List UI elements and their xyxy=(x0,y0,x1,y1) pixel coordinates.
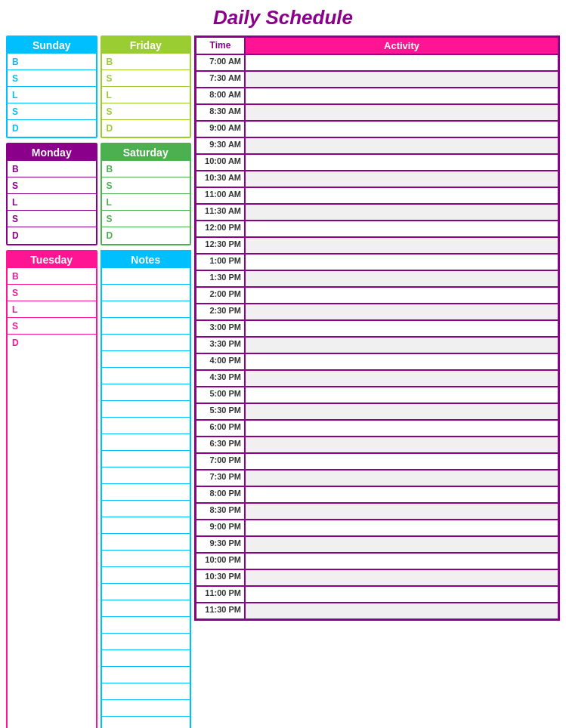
friday-meal-l: L xyxy=(102,87,190,103)
schedule-activity-cell[interactable] xyxy=(245,104,558,121)
note-line-24[interactable] xyxy=(102,650,190,667)
sunday-header: Sunday xyxy=(8,37,96,54)
time-header: Time xyxy=(196,37,245,54)
schedule-activity-cell[interactable] xyxy=(245,204,558,221)
schedule-activity-cell[interactable] xyxy=(245,586,558,603)
tuesday-meal-l: L xyxy=(8,301,96,318)
schedule-row: 11:00 PM xyxy=(196,586,558,603)
schedule-activity-cell[interactable] xyxy=(245,553,558,569)
note-line-26[interactable] xyxy=(102,683,190,700)
schedule-row: 9:30 AM xyxy=(196,137,558,154)
schedule-activity-cell[interactable] xyxy=(245,88,558,104)
note-line-2[interactable] xyxy=(102,285,190,301)
monday-meal-s2: S xyxy=(8,211,96,227)
schedule-row: 10:30 AM xyxy=(196,171,558,187)
schedule-activity-cell[interactable] xyxy=(245,320,558,337)
tuesday-header: Tuesday xyxy=(8,251,96,268)
schedule-activity-cell[interactable] xyxy=(245,221,558,237)
schedule-activity-cell[interactable] xyxy=(245,503,558,520)
saturday-meal-b: B xyxy=(102,161,190,177)
schedule-header: Time Activity xyxy=(196,37,558,54)
schedule-activity-cell[interactable] xyxy=(245,121,558,137)
schedule-activity-cell[interactable] xyxy=(245,71,558,88)
schedule-activity-cell[interactable] xyxy=(245,171,558,187)
schedule-activity-cell[interactable] xyxy=(245,254,558,270)
row-1: Sunday B S L S D Friday B S L S D xyxy=(6,35,191,138)
schedule-row: 6:30 PM xyxy=(196,436,558,453)
schedule-activity-cell[interactable] xyxy=(245,520,558,536)
note-line-3[interactable] xyxy=(102,301,190,318)
left-column: Sunday B S L S D Friday B S L S D Monday… xyxy=(6,35,191,728)
note-line-1[interactable] xyxy=(102,268,190,285)
schedule-activity-cell[interactable] xyxy=(245,54,558,71)
schedule-time-cell: 3:30 PM xyxy=(196,337,245,353)
schedule-activity-cell[interactable] xyxy=(245,453,558,470)
note-line-12[interactable] xyxy=(102,451,190,467)
schedule-activity-cell[interactable] xyxy=(245,353,558,370)
schedule-row: 8:30 PM xyxy=(196,503,558,520)
note-line-11[interactable] xyxy=(102,434,190,451)
tuesday-meal-d: D xyxy=(8,335,96,351)
schedule-time-cell: 9:30 AM xyxy=(196,137,245,154)
note-line-23[interactable] xyxy=(102,634,190,650)
page-title: Daily Schedule xyxy=(6,6,560,29)
schedule-activity-cell[interactable] xyxy=(245,154,558,171)
note-line-9[interactable] xyxy=(102,401,190,418)
schedule-activity-cell[interactable] xyxy=(245,137,558,154)
schedule-activity-cell[interactable] xyxy=(245,436,558,453)
note-line-18[interactable] xyxy=(102,551,190,567)
schedule-row: 8:30 AM xyxy=(196,104,558,121)
note-line-8[interactable] xyxy=(102,384,190,401)
schedule-row: 7:30 AM xyxy=(196,71,558,88)
sunday-meal-l: L xyxy=(8,87,96,103)
note-line-27[interactable] xyxy=(102,700,190,717)
schedule-activity-cell[interactable] xyxy=(245,403,558,420)
friday-section: Friday B S L S D xyxy=(101,35,192,138)
note-line-13[interactable] xyxy=(102,467,190,484)
note-line-22[interactable] xyxy=(102,617,190,634)
note-line-5[interactable] xyxy=(102,335,190,351)
note-line-19[interactable] xyxy=(102,567,190,584)
schedule-row: 5:00 PM xyxy=(196,387,558,403)
schedule-activity-cell[interactable] xyxy=(245,569,558,586)
schedule-activity-cell[interactable] xyxy=(245,603,558,619)
tuesday-meal-b: B xyxy=(8,268,96,285)
schedule-activity-cell[interactable] xyxy=(245,187,558,204)
schedule-row: 7:00 AM xyxy=(196,54,558,71)
schedule-time-cell: 11:30 AM xyxy=(196,204,245,221)
schedule-activity-cell[interactable] xyxy=(245,237,558,254)
note-line-21[interactable] xyxy=(102,600,190,617)
schedule-activity-cell[interactable] xyxy=(245,387,558,403)
friday-meal-b: B xyxy=(102,54,190,70)
schedule-row: 11:30 PM xyxy=(196,603,558,619)
schedule-activity-cell[interactable] xyxy=(245,370,558,387)
schedule-row: 10:00 AM xyxy=(196,154,558,171)
schedule-row: 3:00 PM xyxy=(196,320,558,337)
note-line-15[interactable] xyxy=(102,501,190,517)
schedule-activity-cell[interactable] xyxy=(245,337,558,353)
note-line-10[interactable] xyxy=(102,418,190,434)
schedule-activity-cell[interactable] xyxy=(245,270,558,287)
schedule-activity-cell[interactable] xyxy=(245,536,558,553)
note-line-16[interactable] xyxy=(102,517,190,534)
note-line-28[interactable] xyxy=(102,717,190,728)
monday-section: Monday B S L S D xyxy=(6,143,97,245)
note-line-7[interactable] xyxy=(102,368,190,384)
schedule-time-cell: 12:30 PM xyxy=(196,237,245,254)
note-line-17[interactable] xyxy=(102,534,190,551)
schedule-row: 9:00 PM xyxy=(196,520,558,536)
schedule-activity-cell[interactable] xyxy=(245,486,558,503)
schedule-activity-cell[interactable] xyxy=(245,420,558,436)
row-3: Tuesday B S L S D Notes xyxy=(6,250,191,728)
schedule-row: 10:30 PM xyxy=(196,569,558,586)
schedule-time-cell: 1:00 PM xyxy=(196,254,245,270)
note-line-6[interactable] xyxy=(102,351,190,368)
schedule-time-cell: 10:00 PM xyxy=(196,553,245,569)
note-line-4[interactable] xyxy=(102,318,190,335)
note-line-14[interactable] xyxy=(102,484,190,501)
schedule-activity-cell[interactable] xyxy=(245,304,558,320)
note-line-20[interactable] xyxy=(102,584,190,600)
note-line-25[interactable] xyxy=(102,667,190,683)
schedule-activity-cell[interactable] xyxy=(245,287,558,304)
schedule-activity-cell[interactable] xyxy=(245,470,558,486)
